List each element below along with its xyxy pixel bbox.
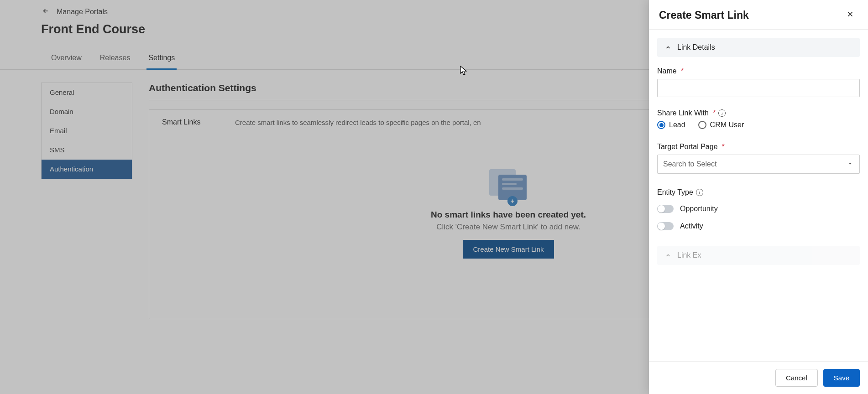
radio-crm-user[interactable]: CRM User bbox=[698, 121, 744, 129]
chevron-down-icon bbox=[847, 160, 853, 168]
section-link-details[interactable]: Link Details bbox=[657, 38, 860, 57]
create-smart-link-panel: Create Smart Link Link Details Name* Sha… bbox=[649, 0, 868, 394]
target-label: Target Portal Page* bbox=[657, 143, 860, 151]
chevron-up-icon bbox=[664, 44, 672, 51]
share-label: Share Link With* i bbox=[657, 109, 860, 117]
select-placeholder: Search to Select bbox=[663, 160, 716, 168]
section-label: Link Details bbox=[677, 43, 715, 52]
close-icon[interactable] bbox=[843, 8, 857, 22]
chevron-up-icon bbox=[664, 252, 672, 259]
name-input[interactable] bbox=[657, 79, 860, 97]
info-icon[interactable]: i bbox=[718, 109, 726, 117]
entity-type-label: Entity Type i bbox=[657, 188, 860, 197]
cancel-button[interactable]: Cancel bbox=[775, 369, 818, 387]
radio-label-lead: Lead bbox=[669, 121, 685, 129]
save-button[interactable]: Save bbox=[823, 369, 860, 387]
section-label: Link Ex bbox=[677, 251, 701, 259]
name-label: Name* bbox=[657, 67, 860, 75]
target-portal-select[interactable]: Search to Select bbox=[657, 155, 860, 174]
toggle-label-opportunity: Opportunity bbox=[680, 205, 718, 213]
toggle-label-activity: Activity bbox=[680, 222, 703, 230]
section-link-expiry[interactable]: Link Ex bbox=[657, 246, 860, 265]
radio-label-crm: CRM User bbox=[710, 121, 744, 129]
toggle-opportunity[interactable] bbox=[657, 205, 674, 213]
radio-selected-icon bbox=[657, 121, 665, 129]
radio-lead[interactable]: Lead bbox=[657, 121, 685, 129]
toggle-activity[interactable] bbox=[657, 222, 674, 230]
panel-title: Create Smart Link bbox=[659, 9, 749, 21]
info-icon[interactable]: i bbox=[696, 189, 703, 196]
radio-unselected-icon bbox=[698, 121, 706, 129]
